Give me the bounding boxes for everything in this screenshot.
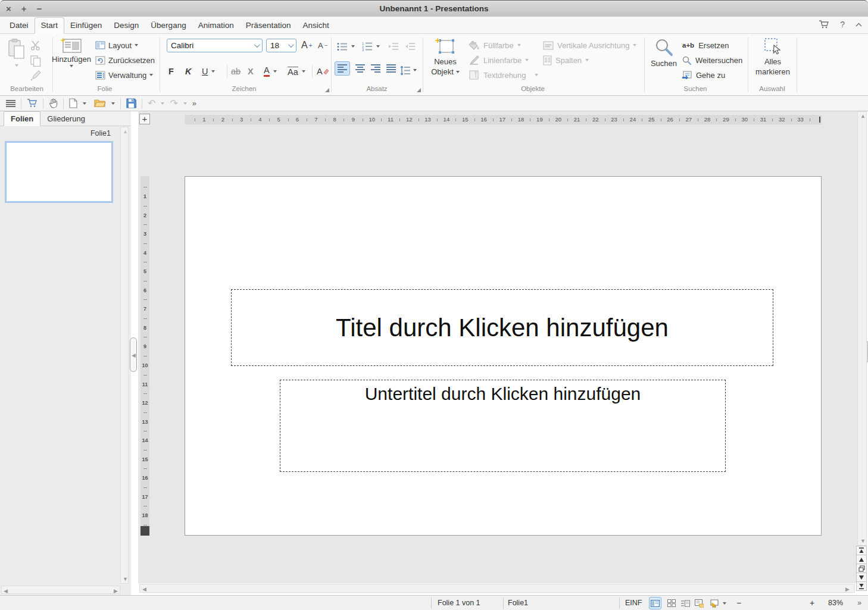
menu-design[interactable]: Design xyxy=(108,18,145,33)
align-justify-button[interactable] xyxy=(383,61,399,76)
bullet-list-button[interactable] xyxy=(337,40,355,53)
insert-mode-indicator[interactable]: EINF xyxy=(625,596,642,610)
paste-dropdown-icon[interactable] xyxy=(15,64,18,67)
font-name-select[interactable]: Calibri xyxy=(167,39,263,52)
reset-slide-button[interactable]: Zurücksetzen xyxy=(95,54,155,67)
left-splitter-handle[interactable]: ◀ xyxy=(130,337,137,372)
align-left-button[interactable] xyxy=(335,61,350,76)
view-outline-button[interactable] xyxy=(679,597,692,609)
add-slide-button[interactable]: + Hinzufügen xyxy=(56,37,87,67)
toolbar-menu-icon[interactable] xyxy=(6,100,15,107)
slideshow-dropdown-icon[interactable] xyxy=(723,602,726,605)
fill-color-button[interactable]: Füllfarbe xyxy=(469,39,521,52)
panel-horizontal-scrollbar[interactable]: ◀ ▶ xyxy=(1,586,120,594)
increase-indent-button[interactable] xyxy=(388,40,399,53)
statusbar-overflow-icon[interactable]: » xyxy=(857,596,861,610)
undo-dropdown-icon[interactable] xyxy=(161,102,164,105)
add-slide-dropdown-icon[interactable] xyxy=(70,65,73,67)
decrease-indent-button[interactable] xyxy=(405,40,416,53)
undo-icon[interactable]: ↶ xyxy=(148,98,155,109)
title-placeholder[interactable]: Titel durch Klicken hinzufügen xyxy=(231,289,773,366)
menu-ansicht[interactable]: Ansicht xyxy=(297,18,335,33)
menu-einfuegen[interactable]: Einfügen xyxy=(64,18,108,33)
view-sorter-button[interactable] xyxy=(665,597,677,609)
view-slideshow-button[interactable] xyxy=(708,597,720,609)
first-slide-button[interactable] xyxy=(856,546,867,555)
next-slide-button[interactable] xyxy=(856,573,867,582)
open-dropdown-icon[interactable] xyxy=(111,102,115,105)
last-slide-button[interactable] xyxy=(856,581,867,591)
bold-button[interactable]: F xyxy=(168,65,174,78)
columns-button[interactable]: Spalten xyxy=(543,54,589,67)
zoom-out-button[interactable]: − xyxy=(736,596,741,610)
align-right-button[interactable] xyxy=(368,61,383,76)
pan-hand-icon[interactable] xyxy=(49,98,58,108)
cut-button[interactable] xyxy=(30,40,42,51)
goto-button[interactable]: Gehe zu xyxy=(682,68,725,82)
collapse-ribbon-icon[interactable] xyxy=(855,23,862,27)
subscript-button[interactable]: X xyxy=(248,65,254,78)
previous-slide-button[interactable] xyxy=(856,555,867,564)
new-document-dropdown-icon[interactable] xyxy=(83,102,86,105)
menu-animation[interactable]: Animation xyxy=(192,18,240,33)
strikethrough-button[interactable]: ab xyxy=(231,65,241,78)
toolbar-cart-icon[interactable] xyxy=(27,99,38,108)
line-color-button[interactable]: Linienfarbe xyxy=(469,54,529,67)
line-spacing-button[interactable] xyxy=(400,64,417,77)
layout-dropdown-icon[interactable] xyxy=(135,44,138,46)
new-document-icon[interactable] xyxy=(69,98,77,108)
main-vertical-scrollbar[interactable]: ▲ ▼ xyxy=(857,111,867,546)
format-painter-button[interactable] xyxy=(30,70,41,81)
menu-start[interactable]: Start xyxy=(35,17,65,34)
change-case-dropdown-icon[interactable] xyxy=(302,70,305,73)
align-center-button[interactable] xyxy=(352,61,368,76)
menu-praesentation[interactable]: Präsentation xyxy=(240,18,297,33)
search-button[interactable]: Suchen xyxy=(650,37,677,68)
italic-button[interactable]: K xyxy=(185,65,191,78)
shop-cart-icon[interactable] xyxy=(819,20,829,29)
layout-button[interactable]: Layout xyxy=(95,39,138,52)
toolbar-overflow-icon[interactable]: » xyxy=(192,99,196,108)
line-spacing-dropdown-icon[interactable] xyxy=(413,69,417,71)
view-notes-button[interactable] xyxy=(693,597,705,609)
zeichen-expander-icon[interactable] xyxy=(325,88,329,92)
tab-folien[interactable]: Folien xyxy=(4,111,40,126)
clear-formatting-button[interactable]: A xyxy=(317,65,329,78)
open-folder-icon[interactable] xyxy=(94,99,106,108)
underline-button[interactable]: U xyxy=(202,65,215,78)
redo-icon[interactable]: ↷ xyxy=(170,98,177,109)
navigator-button[interactable] xyxy=(856,564,867,573)
copy-button[interactable] xyxy=(30,55,42,67)
decrease-font-button[interactable]: A− xyxy=(318,39,328,52)
paste-button[interactable] xyxy=(6,38,27,67)
replace-button[interactable]: a+b Ersetzen xyxy=(682,39,729,52)
new-object-button[interactable]: + Neues Objekt xyxy=(430,37,461,76)
find-next-button[interactable]: Weitersuchen xyxy=(682,54,742,67)
view-normal-button[interactable] xyxy=(649,597,661,609)
numbered-list-button[interactable]: 123 xyxy=(362,40,380,53)
new-object-dropdown-icon[interactable] xyxy=(456,71,460,73)
bullet-list-dropdown-icon[interactable] xyxy=(351,45,355,48)
slide-canvas[interactable]: Titel durch Klicken hinzufügen Untertite… xyxy=(185,176,822,536)
help-icon[interactable]: ? xyxy=(840,20,845,29)
absatz-expander-icon[interactable] xyxy=(417,88,421,92)
vertical-align-button[interactable]: Vertikale Ausrichtung xyxy=(543,39,636,52)
underline-dropdown-icon[interactable] xyxy=(211,70,215,73)
ruler-origin-button[interactable]: + xyxy=(139,114,150,124)
save-icon[interactable] xyxy=(126,98,136,108)
numbered-list-dropdown-icon[interactable] xyxy=(376,45,380,48)
manage-slides-button[interactable]: Verwaltung xyxy=(95,68,153,82)
main-horizontal-scrollbar[interactable]: ◀ ▶ xyxy=(139,584,855,593)
font-color-dropdown-icon[interactable] xyxy=(273,70,277,73)
slide-thumbnail[interactable] xyxy=(5,141,113,203)
zoom-percent[interactable]: 83% xyxy=(828,596,843,610)
menu-uebergang[interactable]: Übergang xyxy=(145,18,192,33)
font-color-button[interactable]: A xyxy=(264,65,277,78)
tab-gliederung[interactable]: Gliederung xyxy=(40,112,92,126)
manage-dropdown-icon[interactable] xyxy=(149,74,153,76)
menu-datei[interactable]: Datei xyxy=(4,18,35,33)
panel-vertical-scrollbar[interactable]: ▲ ▼ xyxy=(120,127,129,584)
text-rotation-button[interactable]: Textdrehung xyxy=(469,68,538,82)
select-all-button[interactable]: Alles markieren xyxy=(757,37,788,76)
font-size-select[interactable]: 18 xyxy=(266,39,296,52)
